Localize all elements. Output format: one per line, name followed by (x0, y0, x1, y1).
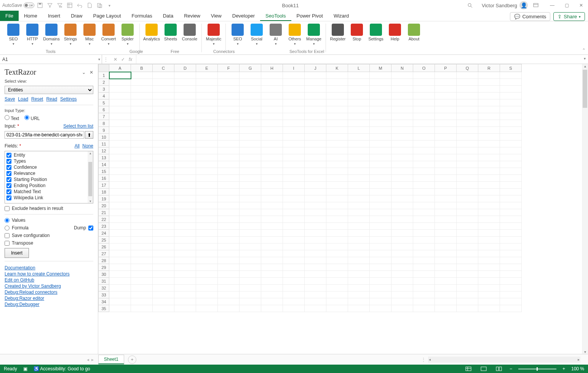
cell[interactable] (326, 106, 348, 113)
cell[interactable] (348, 113, 370, 120)
cell[interactable] (370, 257, 391, 264)
cell[interactable] (240, 278, 261, 285)
cell[interactable] (500, 127, 522, 134)
cell[interactable] (283, 99, 305, 106)
cell[interactable] (370, 250, 391, 257)
cell[interactable] (500, 230, 522, 237)
field-item[interactable]: Ending Position (6, 182, 91, 189)
cell[interactable] (457, 161, 478, 168)
cell[interactable] (478, 237, 500, 243)
col-header[interactable]: D (174, 64, 196, 72)
cell[interactable] (109, 113, 131, 120)
cell[interactable] (153, 216, 174, 223)
cell[interactable] (240, 120, 261, 127)
enter-formula-icon[interactable]: ✓ (121, 57, 125, 62)
cell[interactable] (326, 257, 348, 264)
cell[interactable] (109, 79, 131, 86)
cell[interactable] (174, 257, 196, 264)
row-header[interactable]: 21 (99, 209, 109, 216)
exclude-headers-check[interactable]: Exclude headers in result (5, 206, 93, 211)
cell[interactable] (326, 209, 348, 216)
cell[interactable] (196, 134, 218, 141)
cell[interactable] (153, 182, 174, 189)
accessibility-status[interactable]: ♿ Accessibility: Good to go (34, 366, 90, 371)
cell[interactable] (305, 99, 326, 106)
cell[interactable] (109, 250, 131, 257)
cell[interactable] (261, 120, 283, 127)
cell[interactable] (500, 243, 522, 250)
cell[interactable] (218, 209, 240, 216)
cell[interactable] (413, 72, 435, 79)
cell[interactable] (174, 79, 196, 86)
cell[interactable] (435, 168, 457, 175)
cell[interactable] (391, 209, 413, 216)
cell[interactable] (174, 134, 196, 141)
row-header[interactable]: 12 (99, 147, 109, 154)
cell[interactable] (218, 189, 240, 195)
cell[interactable] (413, 134, 435, 141)
cell[interactable] (478, 154, 500, 161)
cell[interactable] (109, 106, 131, 113)
cell[interactable] (500, 257, 522, 264)
cell[interactable] (240, 134, 261, 141)
cell[interactable] (305, 209, 326, 216)
cell[interactable] (196, 147, 218, 154)
cell[interactable] (326, 72, 348, 79)
cell[interactable] (153, 189, 174, 195)
cell[interactable] (174, 72, 196, 79)
cell[interactable] (435, 202, 457, 209)
cell[interactable] (326, 243, 348, 250)
ribbon-btn-analytics[interactable]: Analytics (142, 23, 161, 41)
cell[interactable] (326, 99, 348, 106)
cell[interactable] (283, 305, 305, 312)
cell[interactable] (109, 72, 131, 79)
col-header[interactable]: O (413, 64, 435, 72)
cell[interactable] (240, 305, 261, 312)
cell[interactable] (174, 154, 196, 161)
name-box[interactable]: A1 ▾ (0, 55, 102, 64)
link-create-connectors[interactable]: Learn how to create Connectors (5, 271, 93, 277)
cell[interactable] (196, 202, 218, 209)
cell[interactable] (153, 141, 174, 147)
cell[interactable] (109, 230, 131, 237)
cell[interactable] (261, 161, 283, 168)
cell[interactable] (283, 141, 305, 147)
cell[interactable] (153, 161, 174, 168)
cell[interactable] (240, 264, 261, 271)
fields-scrollbar[interactable]: ▴ ▾ (88, 151, 93, 203)
cell[interactable] (283, 161, 305, 168)
cell[interactable] (305, 175, 326, 182)
cell[interactable] (413, 113, 435, 120)
cell[interactable] (413, 106, 435, 113)
row-header[interactable]: 7 (99, 113, 109, 120)
maximize-icon[interactable]: ▢ (562, 3, 571, 8)
row-header[interactable]: 6 (99, 106, 109, 113)
cell[interactable] (131, 161, 153, 168)
cell[interactable] (391, 264, 413, 271)
cell[interactable] (435, 209, 457, 216)
field-check[interactable] (6, 165, 11, 170)
cell[interactable] (413, 305, 435, 312)
cell[interactable] (305, 305, 326, 312)
cell[interactable] (457, 216, 478, 223)
cell[interactable] (348, 291, 370, 298)
cell[interactable] (218, 237, 240, 243)
cell[interactable] (261, 291, 283, 298)
cell[interactable] (413, 230, 435, 237)
cell[interactable] (305, 216, 326, 223)
cell[interactable] (457, 175, 478, 182)
cell[interactable] (196, 113, 218, 120)
cell[interactable] (305, 278, 326, 285)
horizontal-scrollbar[interactable]: ◂ ▸ (428, 357, 580, 363)
field-check[interactable] (6, 153, 11, 158)
cell[interactable] (153, 72, 174, 79)
cell[interactable] (153, 250, 174, 257)
cell[interactable] (348, 305, 370, 312)
cell[interactable] (196, 72, 218, 79)
cell[interactable] (174, 243, 196, 250)
link-documentation[interactable]: Documentation (5, 265, 93, 271)
cell[interactable] (348, 175, 370, 182)
cell[interactable] (370, 72, 391, 79)
cell[interactable] (478, 161, 500, 168)
cell[interactable] (261, 237, 283, 243)
